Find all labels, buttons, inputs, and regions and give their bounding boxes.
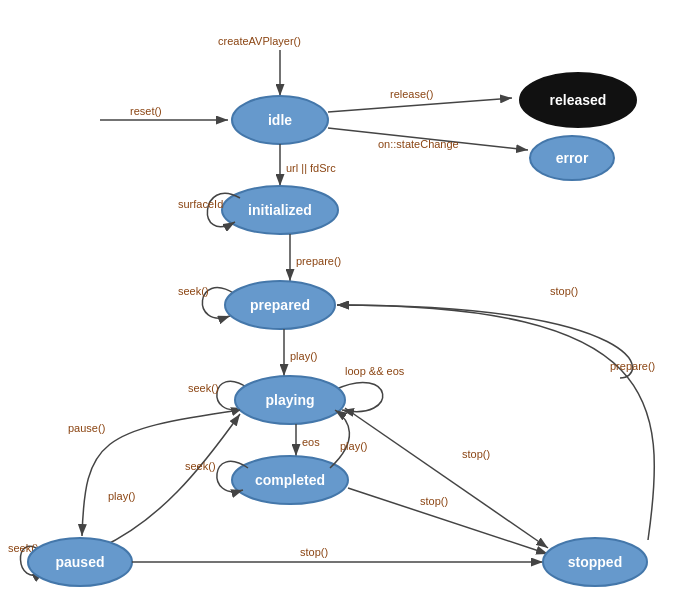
play-paused-arrow — [100, 414, 240, 548]
url-label: url || fdSrc — [286, 162, 336, 174]
seek-prepared-label: seek() — [178, 285, 209, 297]
seek-completed-label: seek() — [185, 460, 216, 472]
state-change-label: on::stateChange — [378, 138, 459, 150]
surface-id-label: surfaceId — [178, 198, 223, 210]
released-label: released — [550, 92, 607, 108]
paused-label: paused — [55, 554, 104, 570]
release-label: release() — [390, 88, 433, 100]
play-prepared-label: play() — [290, 350, 318, 362]
prepared-label: prepared — [250, 297, 310, 313]
error-label: error — [556, 150, 589, 166]
stop-completed-label: stop() — [420, 495, 448, 507]
completed-label: completed — [255, 472, 325, 488]
initialized-label: initialized — [248, 202, 312, 218]
stop-playing-arrow — [345, 408, 548, 548]
playing-label: playing — [265, 392, 314, 408]
idle-label: idle — [268, 112, 292, 128]
play-completed-label: play() — [340, 440, 368, 452]
state-diagram: createAVPlayer() reset() idle release() … — [0, 0, 693, 608]
stop-playing-label: stop() — [462, 448, 490, 460]
prepare-stopped-label: prepare() — [610, 360, 655, 372]
pause-arrow — [82, 410, 240, 536]
pause-label: pause() — [68, 422, 105, 434]
play-completed-arrow — [330, 410, 349, 468]
play-paused-label: play() — [108, 490, 136, 502]
create-av-player-label: createAVPlayer() — [218, 35, 301, 47]
eos-label: eos — [302, 436, 320, 448]
reset-label: reset() — [130, 105, 162, 117]
prepare1-label: prepare() — [296, 255, 341, 267]
stop-to-prepared-label: stop() — [550, 285, 578, 297]
stopped-label: stopped — [568, 554, 622, 570]
release-arrow — [328, 98, 512, 112]
seek-playing-label: seek() — [188, 382, 219, 394]
prepare-stopped-arrow — [337, 305, 654, 540]
stop-paused-label: stop() — [300, 546, 328, 558]
loop-eos-label: loop && eos — [345, 365, 405, 377]
